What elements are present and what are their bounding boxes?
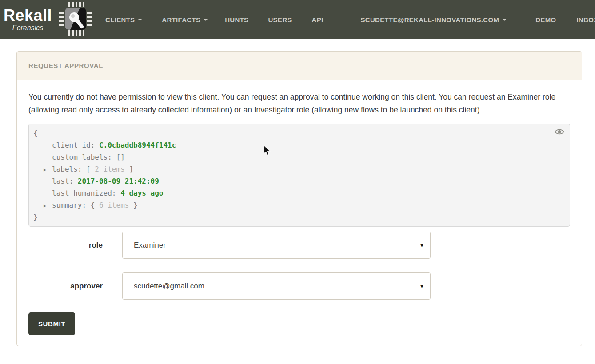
eye-icon[interactable] xyxy=(555,128,564,135)
json-key: last_humanized xyxy=(52,189,112,197)
json-value: 2017-08-09 21:42:09 xyxy=(78,177,159,185)
json-row-client-id: client_id: C.0cbaddb8944f141c xyxy=(52,139,552,151)
nav-users-label: USERS xyxy=(268,16,292,24)
nav-artifacts[interactable]: ARTIFACTS xyxy=(162,16,208,24)
brand-subtitle: Forensics xyxy=(12,24,43,32)
approver-selected-value: scudette@gmail.com xyxy=(134,282,204,291)
expand-toggle-icon[interactable]: ▶ xyxy=(44,164,46,176)
nav-demo[interactable]: DEMO xyxy=(535,16,556,24)
expand-toggle-icon[interactable]: ▶ xyxy=(44,200,46,212)
nav-hunts-label: HUNTS xyxy=(225,16,248,24)
nav-account-menu[interactable]: SCUDETTE@REKALL-INNOVATIONS.COM xyxy=(361,16,507,24)
json-value: 4 days ago xyxy=(120,189,163,197)
json-key: summary xyxy=(52,201,82,209)
request-approval-panel: REQUEST APPROVAL You currently do not ha… xyxy=(16,51,582,346)
permission-message: You currently do not have permission to … xyxy=(28,91,570,116)
submit-button[interactable]: SUBMIT xyxy=(28,312,75,335)
nav-account-label: SCUDETTE@REKALL-INNOVATIONS.COM xyxy=(361,16,499,24)
json-row-summary: ▶summary: { 6 items } xyxy=(52,199,552,211)
json-collapsed-count: 6 items xyxy=(99,201,129,209)
rekall-chip-logo-icon xyxy=(56,1,93,36)
nav-clients-label: CLIENTS xyxy=(105,16,135,24)
json-row-custom-labels: custom_labels: [] xyxy=(52,151,552,163)
chevron-down-icon xyxy=(204,19,208,21)
role-label: role xyxy=(28,241,103,250)
nav-api[interactable]: API xyxy=(312,16,323,24)
role-form-row: role Examiner ▼ xyxy=(28,232,570,259)
json-key: last xyxy=(52,177,69,185)
client-json-viewer: { client_id: C.0cbaddb8944f141c custom_l… xyxy=(28,124,570,227)
approver-label: approver xyxy=(28,282,103,291)
nav-hunts[interactable]: HUNTS xyxy=(225,16,248,24)
role-select[interactable]: Examiner ▼ xyxy=(122,232,431,259)
json-key: labels xyxy=(52,165,78,173)
json-collapsed-count: 2 items xyxy=(95,165,124,173)
json-value: C.0cbaddb8944f141c xyxy=(99,141,176,149)
json-open-brace: { xyxy=(33,127,552,139)
panel-header: REQUEST APPROVAL xyxy=(17,52,582,80)
json-value: [] xyxy=(116,153,125,161)
panel-title: REQUEST APPROVAL xyxy=(28,62,103,69)
panel-body: You currently do not have permission to … xyxy=(17,80,582,346)
nav-api-label: API xyxy=(312,16,323,24)
brand-logo[interactable]: Rekall Forensics xyxy=(4,3,93,36)
nav-artifacts-label: ARTIFACTS xyxy=(162,16,200,24)
json-key: custom_labels xyxy=(52,153,108,161)
nav-links: CLIENTS ARTIFACTS HUNTS USERS API SCUDET… xyxy=(93,16,595,24)
approver-form-row: approver scudette@gmail.com ▼ xyxy=(28,272,570,300)
json-children: client_id: C.0cbaddb8944f141c custom_lab… xyxy=(38,139,552,211)
nav-clients[interactable]: CLIENTS xyxy=(105,16,142,24)
select-caret-icon: ▼ xyxy=(419,243,424,248)
chevron-down-icon xyxy=(502,19,507,21)
nav-demo-label: DEMO xyxy=(535,16,556,24)
top-navbar: Rekall Forensics CLIENTS ARTIFACTS HUNTS… xyxy=(0,0,595,39)
approver-select[interactable]: scudette@gmail.com ▼ xyxy=(122,272,431,300)
json-key: client_id xyxy=(52,141,91,149)
nav-users[interactable]: USERS xyxy=(268,16,292,24)
chevron-down-icon xyxy=(138,19,142,21)
json-close-brace: } xyxy=(33,211,552,223)
json-row-last: last: 2017-08-09 21:42:09 xyxy=(52,175,552,187)
brand-title: Rekall xyxy=(4,7,52,24)
nav-inbox-label: INBOX xyxy=(576,16,595,24)
nav-inbox[interactable]: INBOX xyxy=(576,16,595,24)
json-row-labels: ▶labels: [ 2 items ] xyxy=(52,163,552,175)
json-row-last-humanized: last_humanized: 4 days ago xyxy=(52,187,552,199)
role-selected-value: Examiner xyxy=(134,241,166,250)
select-caret-icon: ▼ xyxy=(419,284,424,289)
